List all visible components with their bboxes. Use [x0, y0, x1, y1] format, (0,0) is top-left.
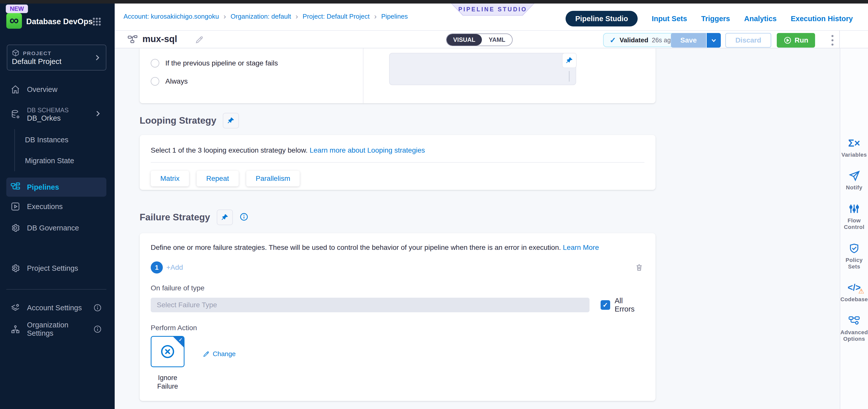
discard-button[interactable]: Discard	[725, 33, 771, 47]
header-divider	[839, 30, 840, 48]
tab-input-sets[interactable]: Input Sets	[652, 14, 687, 23]
sidebar-item-db-schemas[interactable]: DB SCHEMAS DB_Orkes	[6, 103, 106, 126]
db-schemas-value: DB_Orkes	[27, 114, 68, 123]
rail-item-policy-sets[interactable]: Policy Sets	[840, 242, 868, 270]
pencil-icon	[203, 350, 210, 357]
perform-action-label: Perform Action	[151, 324, 645, 332]
sidebar-item-account-settings[interactable]: Account Settings	[6, 300, 106, 316]
pin-button[interactable]	[223, 113, 239, 129]
project-selector[interactable]: PROJECT Default Project	[7, 44, 106, 70]
rail-item-advanced-options[interactable]: Advanced Options	[840, 314, 868, 342]
tab-pipeline-studio[interactable]: Pipeline Studio	[565, 11, 638, 27]
chevron-right-icon	[94, 109, 102, 120]
pin-button[interactable]	[562, 53, 577, 68]
sidebar-item-migration-state[interactable]: Migration State	[6, 152, 106, 169]
tab-triggers[interactable]: Triggers	[701, 14, 730, 23]
looping-strategy-header: Looping Strategy	[140, 113, 239, 129]
pin-icon	[227, 117, 235, 125]
breadcrumb-project[interactable]: Project: Default Project	[303, 12, 370, 21]
sidebar-item-pipelines[interactable]: Pipelines	[6, 177, 106, 197]
tab-analytics[interactable]: Analytics	[744, 14, 776, 23]
breadcrumb-separator-icon: ›	[223, 12, 226, 21]
sidebar-item-label: Project Settings	[27, 264, 78, 273]
sidebar-item-label: DB Instances	[25, 136, 68, 144]
sidebar-item-project-settings[interactable]: Project Settings	[6, 260, 106, 276]
rail-item-flow-control[interactable]: Flow Control	[840, 203, 868, 231]
ignore-failure-label: Ignore Failure	[151, 374, 184, 391]
edit-pencil-icon[interactable]	[195, 35, 204, 45]
run-button[interactable]: Run	[777, 33, 815, 47]
sidebar-item-organization-settings[interactable]: Organization Settings	[6, 321, 106, 337]
home-icon	[10, 84, 21, 94]
on-failure-label: On failure of type	[151, 284, 645, 292]
chevron-right-icon	[93, 54, 101, 63]
warning-icon: ⚠	[859, 287, 864, 295]
condition-preview-panel	[389, 53, 576, 85]
sidebar-item-label: DB Governance	[27, 224, 79, 232]
pin-icon	[565, 57, 573, 64]
strategy-buttons: Matrix Repeat Parallelism	[151, 171, 645, 186]
section-title: Failure Strategy	[140, 212, 210, 223]
sigma-icon: Σ×	[848, 137, 860, 149]
failure-strategy-card: Define one or more failure strategies. T…	[140, 233, 655, 401]
save-dropdown-button[interactable]	[706, 33, 721, 47]
panel-scrollbar[interactable]	[569, 71, 569, 81]
looping-learn-more-link[interactable]: Learn more about Looping strategies	[310, 146, 425, 154]
looping-description: Select 1 of the 3 looping execution stra…	[151, 146, 308, 154]
repeat-button[interactable]: Repeat	[196, 171, 239, 186]
section-title: Looping Strategy	[140, 115, 216, 126]
pin-button[interactable]	[217, 209, 233, 225]
add-strategy-button[interactable]: +Add	[166, 264, 183, 272]
page-header: Account: kurosakiichigo.songoku › Organi…	[115, 3, 868, 48]
breadcrumb-account[interactable]: Account: kurosakiichigo.songoku	[124, 12, 219, 21]
radio-icon[interactable]	[151, 77, 159, 86]
save-split-button: Save	[671, 33, 721, 47]
toggle-visual[interactable]: VISUAL	[446, 34, 482, 45]
parallelism-button[interactable]: Parallelism	[246, 171, 300, 186]
cube-icon	[12, 49, 20, 58]
sidebar-item-db-instances[interactable]: DB Instances	[6, 132, 106, 148]
breadcrumb-separator-icon: ›	[296, 12, 298, 21]
toggle-yaml[interactable]: YAML	[482, 34, 512, 45]
failure-learn-more-link[interactable]: Learn More	[563, 243, 599, 251]
project-label: PROJECT	[23, 50, 52, 57]
info-icon[interactable]	[93, 304, 102, 312]
breadcrumb-pipelines[interactable]: Pipelines	[381, 12, 408, 21]
breadcrumb-organization[interactable]: Organization: default	[230, 12, 291, 21]
sidebar-item-label: Organization Settings	[27, 321, 93, 338]
pipeline-icon	[127, 35, 138, 46]
pipelines-icon	[10, 182, 21, 192]
rail-item-variables[interactable]: Σ× Variables	[840, 137, 868, 158]
save-button[interactable]: Save	[671, 33, 706, 47]
sidebar-item-db-governance[interactable]: DB Governance	[6, 220, 106, 236]
sidebar-divider	[6, 289, 106, 289]
change-action-button[interactable]: Change	[203, 350, 236, 358]
tab-execution-history[interactable]: Execution History	[790, 14, 853, 23]
strategy-list-row: 1 +Add	[151, 262, 645, 273]
delete-strategy-icon[interactable]	[635, 263, 644, 272]
radio-option-previous-fails[interactable]: If the previous pipeline or stage fails	[151, 59, 278, 68]
failure-type-input[interactable]	[151, 298, 589, 312]
failure-type-row: ✓ All Errors	[151, 297, 645, 313]
sidebar-item-label: Executions	[27, 203, 63, 211]
more-options-kebab-icon[interactable]	[828, 34, 837, 47]
app-switcher-grid-icon[interactable]	[92, 16, 102, 27]
pipeline-name: mux-sql	[143, 34, 177, 44]
breadcrumb: Account: kurosakiichigo.songoku › Organi…	[124, 12, 408, 21]
all-errors-checkbox[interactable]: ✓	[600, 300, 610, 310]
sidebar-item-overview[interactable]: Overview	[6, 81, 106, 98]
check-icon: ✓	[610, 36, 616, 44]
rail-item-codebase[interactable]: </> ⚠ Codebase	[840, 281, 868, 303]
rail-item-notify[interactable]: Notify	[840, 170, 868, 191]
info-icon[interactable]	[240, 212, 248, 223]
radio-option-always[interactable]: Always	[151, 77, 188, 86]
matrix-button[interactable]: Matrix	[151, 171, 189, 186]
check-icon: ✓	[179, 337, 183, 342]
info-icon[interactable]	[93, 325, 102, 334]
header-tabs: Pipeline Studio Input Sets Triggers Anal…	[565, 10, 853, 27]
radio-icon[interactable]	[151, 59, 159, 68]
card-divider	[363, 48, 364, 103]
sidebar-item-executions[interactable]: Executions	[6, 199, 106, 214]
ignore-failure-card[interactable]: ✓	[151, 336, 185, 367]
looping-strategy-card: Select 1 of the 3 looping execution stra…	[140, 135, 655, 190]
